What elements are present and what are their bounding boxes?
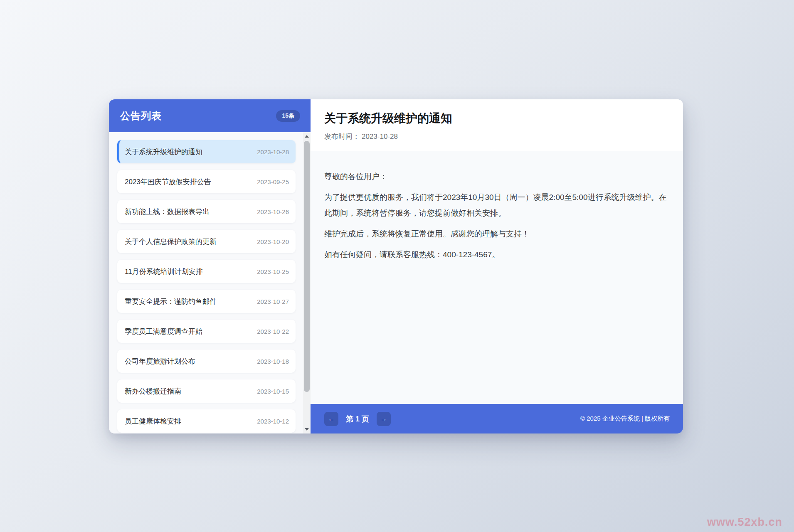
scrollbar-thumb[interactable] [304, 141, 310, 392]
list-item-date: 2023-10-15 [257, 388, 289, 395]
list-item-title: 11月份系统培训计划安排 [125, 267, 203, 276]
list-item-title: 关于系统升级维护的通知 [125, 147, 202, 157]
list-item[interactable]: 关于系统升级维护的通知 2023-10-28 [117, 140, 296, 163]
list-item[interactable]: 11月份系统培训计划安排 2023-10-25 [117, 260, 296, 283]
body-paragraph: 尊敬的各位用户： [324, 169, 669, 185]
list-item-date: 2023-10-20 [257, 238, 289, 245]
watermark: www.52xb.cn [707, 516, 782, 529]
publish-time-label: 发布时间： [324, 133, 360, 140]
list-item[interactable]: 员工健康体检安排 2023-10-12 [117, 409, 296, 433]
list-item[interactable]: 关于个人信息保护政策的更新 2023-10-20 [117, 230, 296, 253]
sidebar-title: 公告列表 [120, 109, 162, 123]
list-item-date: 2023-10-12 [257, 418, 289, 425]
announcement-app: 公告列表 15条 关于系统升级维护的通知 2023-10-28 2023年国庆节… [109, 99, 683, 433]
list-item-title: 公司年度旅游计划公布 [125, 357, 195, 366]
list-item-title: 员工健康体检安排 [125, 416, 181, 426]
list-item[interactable]: 季度员工满意度调查开始 2023-10-22 [117, 320, 296, 343]
list-item-date: 2023-09-25 [257, 178, 289, 185]
list-item-date: 2023-10-25 [257, 268, 289, 275]
list-item-title: 2023年国庆节放假安排公告 [125, 177, 211, 187]
copyright: © 2025 企业公告系统 | 版权所有 [580, 415, 670, 423]
sidebar: 公告列表 15条 关于系统升级维护的通知 2023-10-28 2023年国庆节… [109, 99, 311, 433]
list-item-title: 关于个人信息保护政策的更新 [125, 237, 217, 246]
scrollbar[interactable] [303, 132, 311, 433]
sidebar-header: 公告列表 15条 [109, 99, 311, 132]
list-item[interactable]: 重要安全提示：谨防钓鱼邮件 2023-10-27 [117, 290, 296, 313]
detail-body: 尊敬的各位用户： 为了提供更优质的服务，我们将于2023年10月30日（周一）凌… [311, 151, 683, 404]
list-item-title: 重要安全提示：谨防钓鱼邮件 [125, 297, 217, 306]
body-paragraph: 为了提供更优质的服务，我们将于2023年10月30日（周一）凌晨2:00至5:0… [324, 190, 669, 221]
list-item-date: 2023-10-18 [257, 358, 289, 365]
main-panel: 关于系统升级维护的通知 发布时间：2023-10-28 尊敬的各位用户： 为了提… [311, 99, 683, 433]
list-item-date: 2023-10-22 [257, 328, 289, 335]
scrollbar-up-arrow-icon[interactable] [305, 135, 309, 138]
list-item-date: 2023-10-28 [257, 148, 289, 155]
prev-page-button[interactable]: ← [324, 412, 338, 426]
publish-time-value: 2023-10-28 [362, 133, 398, 140]
page-indicator: 第 1 页 [346, 414, 369, 424]
list-item[interactable]: 2023年国庆节放假安排公告 2023-09-25 [117, 170, 296, 193]
next-page-button[interactable]: → [377, 412, 391, 426]
body-paragraph: 维护完成后，系统将恢复正常使用。感谢您的理解与支持！ [324, 226, 669, 242]
detail-header: 关于系统升级维护的通知 发布时间：2023-10-28 [311, 99, 683, 151]
announcement-count-badge: 15条 [276, 110, 300, 122]
list-item[interactable]: 新办公楼搬迁指南 2023-10-15 [117, 379, 296, 403]
scrollbar-down-arrow-icon[interactable] [305, 428, 309, 431]
page: { "page": { "watermark": "www.52xb.cn" }… [0, 0, 794, 532]
list-item[interactable]: 新功能上线：数据报表导出 2023-10-26 [117, 200, 296, 223]
body-paragraph: 如有任何疑问，请联系客服热线：400-123-4567。 [324, 247, 669, 263]
list-item-title: 季度员工满意度调查开始 [125, 327, 202, 336]
list-item-title: 新功能上线：数据报表导出 [125, 207, 210, 217]
list-item[interactable]: 公司年度旅游计划公布 2023-10-18 [117, 350, 296, 373]
pagination: ← 第 1 页 → [324, 412, 391, 426]
footer-bar: ← 第 1 页 → © 2025 企业公告系统 | 版权所有 [311, 404, 683, 433]
detail-title: 关于系统升级维护的通知 [324, 111, 669, 126]
list-item-date: 2023-10-26 [257, 208, 289, 215]
list-item-date: 2023-10-27 [257, 298, 289, 305]
publish-time: 发布时间：2023-10-28 [324, 132, 669, 141]
announcement-list: 关于系统升级维护的通知 2023-10-28 2023年国庆节放假安排公告 20… [109, 132, 311, 433]
list-item-title: 新办公楼搬迁指南 [125, 387, 181, 396]
